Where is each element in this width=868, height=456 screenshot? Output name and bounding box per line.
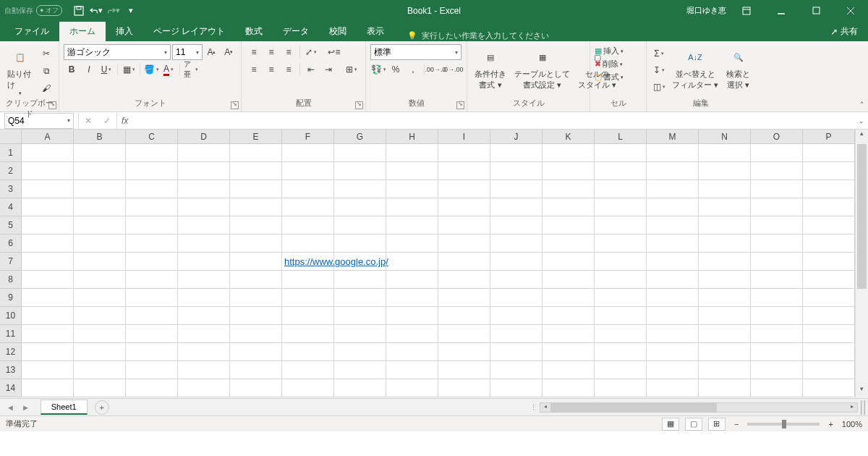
- cell-J2[interactable]: [490, 162, 542, 180]
- scroll-up-icon[interactable]: ▴: [856, 130, 868, 143]
- cell-B2[interactable]: [74, 162, 126, 180]
- maximize-icon[interactable]: [801, 0, 830, 21]
- cell-P6[interactable]: [803, 235, 855, 253]
- cell-I6[interactable]: [438, 235, 490, 253]
- cell-P1[interactable]: [803, 144, 855, 162]
- cell-E10[interactable]: [230, 307, 282, 325]
- cell-A14[interactable]: [22, 379, 74, 397]
- cell-L4[interactable]: [595, 198, 647, 216]
- tab-home[interactable]: ホーム: [59, 22, 106, 41]
- column-header-O[interactable]: O: [751, 130, 803, 144]
- cell-B7[interactable]: [74, 253, 126, 271]
- column-header-E[interactable]: E: [230, 130, 282, 144]
- hscroll-splitter[interactable]: [861, 400, 865, 415]
- row-header-6[interactable]: 6: [0, 235, 22, 253]
- cell-H8[interactable]: [386, 271, 438, 289]
- cell-G10[interactable]: [334, 307, 386, 325]
- share-button[interactable]: ↗ 共有: [820, 22, 868, 41]
- fx-icon[interactable]: fx: [117, 116, 132, 126]
- cell-P10[interactable]: [803, 307, 855, 325]
- align-left-icon[interactable]: ≡: [246, 62, 262, 77]
- cell-C14[interactable]: [126, 379, 178, 397]
- cell-J12[interactable]: [490, 343, 542, 361]
- merge-center-icon[interactable]: ⊞: [344, 62, 359, 77]
- cell-H6[interactable]: [386, 235, 438, 253]
- scroll-right-icon[interactable]: ▸: [847, 403, 857, 412]
- row-header-11[interactable]: 11: [0, 325, 22, 343]
- cut-icon[interactable]: ✂: [38, 46, 54, 62]
- cell-C4[interactable]: [126, 198, 178, 216]
- cell-D11[interactable]: [178, 325, 230, 343]
- cell-O9[interactable]: [751, 289, 803, 307]
- cell-M3[interactable]: [647, 180, 699, 198]
- cell-D3[interactable]: [178, 180, 230, 198]
- cell-C5[interactable]: [126, 216, 178, 235]
- cell-C6[interactable]: [126, 235, 178, 253]
- cell-D4[interactable]: [178, 198, 230, 216]
- cell-P9[interactable]: [803, 289, 855, 307]
- horizontal-scrollbar[interactable]: ◂ ▸: [540, 402, 858, 413]
- cell-F10[interactable]: [282, 307, 334, 325]
- cell-F12[interactable]: [282, 343, 334, 361]
- row-header-9[interactable]: 9: [0, 289, 22, 307]
- vscroll-thumb[interactable]: [857, 144, 867, 289]
- cell-I7[interactable]: [438, 253, 490, 271]
- cell-F13[interactable]: [282, 361, 334, 379]
- cell-F5[interactable]: [282, 216, 334, 235]
- cell-F9[interactable]: [282, 289, 334, 307]
- cell-M4[interactable]: [647, 198, 699, 216]
- orientation-icon[interactable]: ⤢: [303, 44, 319, 60]
- cell-N4[interactable]: [699, 198, 751, 216]
- cell-K14[interactable]: [542, 379, 595, 397]
- cell-N2[interactable]: [699, 162, 751, 180]
- column-header-B[interactable]: B: [74, 130, 126, 144]
- cell-M6[interactable]: [647, 235, 699, 253]
- cell-O13[interactable]: [751, 361, 803, 379]
- formula-input[interactable]: [132, 113, 855, 129]
- cell-K4[interactable]: [542, 198, 595, 216]
- cell-A7[interactable]: [22, 253, 74, 271]
- tab-view[interactable]: 表示: [357, 22, 394, 41]
- collapse-ribbon-icon[interactable]: ˄: [860, 101, 864, 109]
- cell-M2[interactable]: [647, 162, 699, 180]
- cell-D1[interactable]: [178, 144, 230, 162]
- cell-N6[interactable]: [699, 235, 751, 253]
- cell-O4[interactable]: [751, 198, 803, 216]
- alignment-launcher[interactable]: [355, 101, 363, 109]
- cell-L9[interactable]: [595, 289, 647, 307]
- scroll-down-icon[interactable]: ▾: [856, 385, 868, 398]
- cell-N1[interactable]: [699, 144, 751, 162]
- cell-H13[interactable]: [386, 361, 438, 379]
- cell-K12[interactable]: [542, 343, 595, 361]
- format-painter-icon[interactable]: 🖌: [38, 80, 54, 96]
- cell-I2[interactable]: [438, 162, 490, 180]
- format-cells-button[interactable]: ▢ 書式 ▾: [595, 72, 642, 83]
- cell-A10[interactable]: [22, 307, 74, 325]
- cell-H9[interactable]: [386, 289, 438, 307]
- cell-J4[interactable]: [490, 198, 542, 216]
- row-header-1[interactable]: 1: [0, 144, 22, 162]
- zoom-level[interactable]: 100%: [842, 420, 862, 428]
- cell-G8[interactable]: [334, 271, 386, 289]
- decrease-decimal-icon[interactable]: .0→.00: [445, 62, 461, 77]
- cell-E8[interactable]: [230, 271, 282, 289]
- cell-E4[interactable]: [230, 198, 282, 216]
- cell-P7[interactable]: [803, 253, 855, 271]
- number-launcher[interactable]: [456, 101, 464, 109]
- scroll-left-icon[interactable]: ◂: [540, 403, 550, 412]
- cell-C7[interactable]: [126, 253, 178, 271]
- tab-review[interactable]: 校閲: [319, 22, 357, 41]
- cell-C8[interactable]: [126, 271, 178, 289]
- cell-D12[interactable]: [178, 343, 230, 361]
- cell-P12[interactable]: [803, 343, 855, 361]
- cell-P2[interactable]: [803, 162, 855, 180]
- cell-C11[interactable]: [126, 325, 178, 343]
- cell-H5[interactable]: [386, 216, 438, 235]
- cell-O8[interactable]: [751, 271, 803, 289]
- accounting-format-icon[interactable]: 💱: [370, 62, 386, 77]
- cell-N7[interactable]: [699, 253, 751, 271]
- cell-H1[interactable]: [386, 144, 438, 162]
- cell-L11[interactable]: [595, 325, 647, 343]
- cell-K5[interactable]: [542, 216, 595, 235]
- cell-B12[interactable]: [74, 343, 126, 361]
